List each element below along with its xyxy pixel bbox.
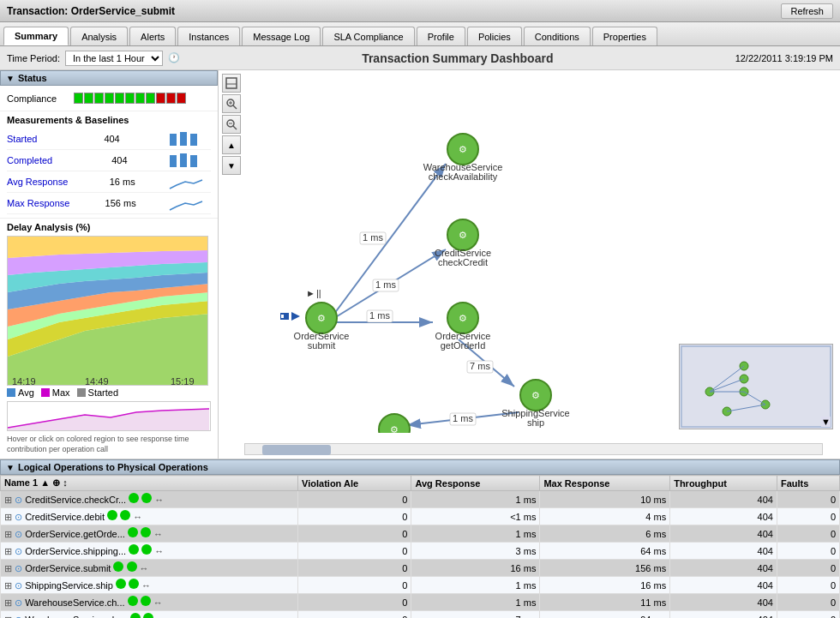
status-dot-green: [130, 613, 141, 618]
col-faults[interactable]: Faults: [777, 476, 839, 491]
legend-max-label: Max: [52, 387, 70, 398]
row-name: OrderService.getOrde...: [25, 529, 125, 539]
table-row: ⊞ ⊙ CreditService.debit ↔ 0 <1 ms 4 ms 4…: [1, 508, 840, 525]
arrows-icon: ↔: [154, 546, 164, 556]
cell-faults: 0: [777, 525, 839, 543]
svg-text:⚙: ⚙: [459, 144, 467, 154]
diagram-btn-select[interactable]: [222, 74, 241, 93]
expand-icon[interactable]: ⊞: [4, 529, 12, 539]
svg-text:⚙: ⚙: [390, 424, 399, 433]
date-time: 12/22/2011 3:19:19 PM: [735, 53, 833, 63]
status-dot-green2: [141, 527, 151, 537]
compliance-bar-seg-green: [115, 93, 124, 104]
row-icon: ⊙: [15, 615, 22, 618]
row-icon: ⊙: [15, 580, 22, 591]
tab-messagelog[interactable]: Message Log: [242, 27, 321, 45]
cell-name: ⊞ ⊙ OrderService.getOrde... ↔: [1, 525, 298, 543]
expand-icon[interactable]: ⊞: [4, 546, 12, 556]
compliance-bar-seg-green: [94, 93, 104, 104]
row-icon: ⊙: [15, 563, 22, 573]
cell-avg-response: 1 ms: [411, 491, 540, 508]
diagram-btn-up[interactable]: ▲: [222, 135, 241, 154]
cell-faults: 0: [777, 508, 839, 525]
status-dot-green: [107, 510, 117, 520]
compliance-bar-seg-green: [105, 93, 114, 104]
node-orderservice-submit[interactable]: ► ||: [306, 288, 321, 298]
diagram-area: 1 ms 1 ms 1 ms 7 ms 1 ms ►: [244, 74, 837, 433]
cell-violation: 0: [298, 491, 411, 508]
status-section-header[interactable]: ▼ Status: [0, 70, 218, 86]
title-bar: Transaction: OrderService_submit Refresh: [0, 0, 840, 22]
col-avg-response[interactable]: Avg Response: [411, 476, 540, 491]
metric-row: Completed 404: [7, 150, 211, 171]
refresh-button[interactable]: Refresh: [781, 3, 833, 19]
cell-avg-response: <1 ms: [411, 508, 540, 525]
cell-throughput: 404: [670, 508, 777, 525]
diagram-btn-zoom-in[interactable]: [222, 94, 241, 113]
tab-properties[interactable]: Properties: [592, 27, 657, 45]
tab-analysis[interactable]: Analysis: [70, 27, 128, 45]
expand-icon[interactable]: ⊞: [4, 597, 12, 608]
svg-rect-63: [281, 315, 284, 318]
cell-avg-response: 1 ms: [411, 594, 540, 611]
expand-icon[interactable]: ⊞: [4, 615, 12, 618]
delay-title: Delay Analysis (%): [7, 222, 211, 232]
tab-summary[interactable]: Summary: [3, 27, 69, 45]
svg-line-25: [233, 126, 237, 129]
table-row: ⊞ ⊙ WarehouseService.pla... ↔ 0 7 ms 94 …: [1, 611, 840, 619]
diagram-btn-down[interactable]: ▼: [222, 156, 241, 175]
cell-name: ⊞ ⊙ WarehouseService.pla... ↔: [1, 611, 298, 619]
metric-row: Avg Response 16 ms: [7, 171, 211, 193]
svg-text:submit: submit: [308, 340, 335, 351]
col-max-response[interactable]: Max Response: [540, 476, 670, 491]
compliance-label: Compliance: [7, 93, 67, 104]
metric-name: Completed: [7, 155, 52, 165]
tab-conditions[interactable]: Conditions: [524, 27, 591, 45]
cell-name: ⊞ ⊙ CreditService.checkCr... ↔: [1, 491, 298, 508]
minimap: ▼: [679, 344, 833, 429]
row-icon: ⊙: [15, 546, 22, 556]
arrows-icon: ↔: [141, 580, 151, 591]
expand-icon[interactable]: ⊞: [4, 512, 12, 522]
cell-max-response: 10 ms: [540, 491, 670, 508]
status-dot-green: [116, 579, 126, 589]
cell-violation: 0: [298, 525, 411, 543]
cell-max-response: 156 ms: [540, 560, 670, 577]
tab-slacompliance[interactable]: SLA Compliance: [322, 27, 414, 45]
table-body: ⊞ ⊙ CreditService.checkCr... ↔ 0 1 ms 10…: [1, 491, 840, 619]
tab-instances[interactable]: Instances: [177, 27, 240, 45]
table-section-header[interactable]: ▼ Logical Operations to Physical Operati…: [0, 459, 840, 475]
metric-value: 404: [86, 134, 120, 144]
expand-icon[interactable]: ⊞: [4, 563, 12, 573]
cell-throughput: 404: [670, 577, 777, 594]
col-violation[interactable]: Violation Ale: [298, 476, 411, 491]
legend-avg: Avg: [7, 387, 34, 398]
row-name: CreditService.checkCr...: [25, 495, 126, 505]
tab-profile[interactable]: Profile: [417, 27, 465, 45]
tabs-bar: Summary Analysis Alerts Instances Messag…: [0, 22, 840, 46]
compliance-bar-seg-red: [166, 93, 176, 104]
svg-text:checkAvailability: checkAvailability: [429, 171, 498, 182]
cell-name: ⊞ ⊙ CreditService.debit ↔: [1, 508, 298, 525]
metric-name: Max Response: [7, 198, 69, 208]
tab-policies[interactable]: Policies: [467, 27, 522, 45]
cell-avg-response: 3 ms: [411, 543, 540, 560]
delay-chart[interactable]: 14:19 14:49 15:19: [7, 236, 208, 386]
window-title: Transaction: OrderService_submit: [7, 5, 175, 17]
sparkline-area: [7, 401, 211, 431]
tab-alerts[interactable]: Alerts: [129, 27, 176, 45]
col-name[interactable]: Name 1 ▲ ⊕ ↕: [1, 476, 298, 491]
diagram-hscrollbar[interactable]: [244, 443, 823, 455]
row-icon: ⊙: [15, 529, 22, 539]
minimap-expand-icon[interactable]: ▼: [821, 417, 831, 427]
legend-started: Started: [77, 387, 118, 398]
right-panel: ▲ ▼ 1 ms 1 ms: [219, 70, 840, 459]
col-throughput[interactable]: Throughput: [670, 476, 777, 491]
left-panel: ▼ Status Compliance Measurements & Basel…: [0, 70, 219, 459]
expand-icon[interactable]: ⊞: [4, 495, 12, 505]
clock-icon[interactable]: 🕐: [168, 52, 180, 63]
time-period-select[interactable]: In the last 1 Hour: [65, 51, 163, 66]
expand-icon[interactable]: ⊞: [4, 580, 12, 591]
status-dot-green2: [141, 596, 151, 606]
diagram-btn-zoom-out[interactable]: [222, 115, 241, 134]
